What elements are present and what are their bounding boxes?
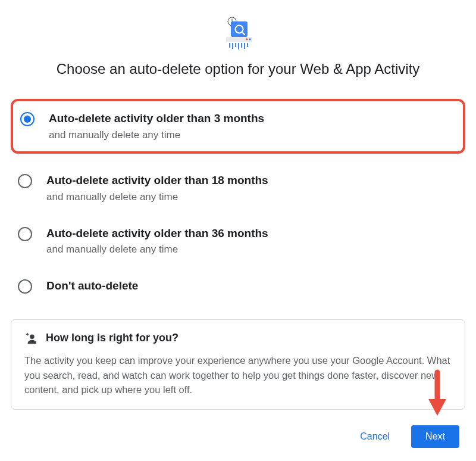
option-title: Auto-delete activity older than 36 month… (46, 226, 458, 242)
radio-indicator[interactable] (20, 112, 35, 126)
radio-option-3[interactable]: Don't auto-delete (11, 270, 465, 303)
svg-rect-6 (226, 37, 252, 42)
info-card: How long is right for you? The activity … (11, 319, 465, 410)
radio-indicator[interactable] (18, 174, 32, 188)
option-title: Auto-delete activity older than 18 month… (46, 173, 458, 189)
option-title: Auto-delete activity older than 3 months (49, 111, 456, 127)
option-text: Don't auto-delete (46, 278, 458, 294)
radio-indicator[interactable] (18, 279, 32, 294)
page-title: Choose an auto-delete option for your We… (11, 61, 465, 77)
option-subtitle: and manually delete any time (46, 242, 458, 257)
svg-point-16 (30, 334, 35, 339)
radio-option-2[interactable]: Auto-delete activity older than 36 month… (11, 217, 465, 265)
radio-options-group: Auto-delete activity older than 3 months… (11, 99, 465, 303)
dialog-actions: Cancel Next (11, 425, 465, 448)
info-card-title: How long is right for you? (46, 332, 178, 344)
option-text: Auto-delete activity older than 36 month… (46, 226, 458, 257)
radio-option-0[interactable]: Auto-delete activity older than 3 months… (11, 99, 465, 154)
person-sparkle-icon (24, 332, 37, 345)
option-text: Auto-delete activity older than 18 month… (46, 173, 458, 204)
activity-shred-icon (221, 17, 255, 50)
info-card-header: How long is right for you? (24, 332, 452, 345)
option-text: Auto-delete activity older than 3 months… (49, 111, 456, 142)
radio-option-1[interactable]: Auto-delete activity older than 18 month… (11, 164, 465, 212)
next-button[interactable]: Next (411, 425, 459, 448)
cancel-button[interactable]: Cancel (346, 425, 404, 448)
option-subtitle: and manually delete any time (46, 190, 458, 204)
option-subtitle: and manually delete any time (49, 128, 456, 142)
radio-indicator[interactable] (18, 227, 32, 241)
svg-point-7 (246, 39, 248, 41)
header-icon-container (11, 17, 465, 50)
info-card-body: The activity you keep can improve your e… (24, 353, 452, 397)
svg-point-8 (249, 39, 251, 41)
option-title: Don't auto-delete (46, 278, 458, 294)
